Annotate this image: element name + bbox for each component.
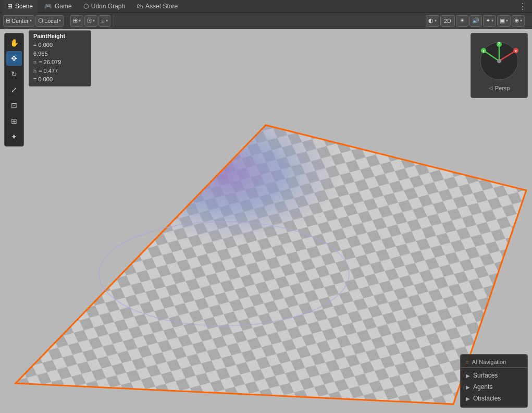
surfaces-arrow: ▶ [466,373,470,379]
custom-tool-button[interactable]: ✦ [6,129,22,144]
svg-point-20 [497,59,501,63]
render-sphere-icon: ◐ [428,17,434,24]
hand-tool-button[interactable]: ✋ [6,35,22,50]
svg-text:y: y [498,41,500,45]
space-icon: ⬡ [38,17,43,24]
scene-render [0,29,532,413]
pivot-icon: ⊞ [6,17,10,24]
agents-arrow: ▶ [466,384,470,390]
rotate-tool-button[interactable]: ↻ [6,67,22,81]
display-chevron: ▾ [506,18,508,23]
grid-icon: ⊞ [73,17,78,24]
grid-chevron: ▾ [79,18,81,23]
tab-game[interactable]: 🎮 Game [39,0,77,13]
surfaces-label: Surfaces [473,372,498,379]
ruler-dropdown[interactable]: ≡ ▾ [98,15,110,27]
ai-navigation-panel: ≡ AI Navigation ▶ Surfaces ▶ Agents ▶ Ob… [460,354,528,408]
gizmo-sphere: y z x [478,40,520,82]
info-row-1: 6.965 [33,50,86,58]
obstacles-label: Obstacles [473,395,501,402]
perspective-label[interactable]: ◁ Persp [489,85,510,91]
agents-label: Agents [473,383,492,391]
2d-toggle[interactable]: 2D [440,15,455,27]
persp-text: Persp [495,85,510,91]
info-row-4: = 0.000 [33,75,86,84]
svg-text:x: x [515,49,517,53]
transform-tool-button[interactable]: ⊞ [6,114,22,128]
info-row-3: h = 0.477 [33,67,86,76]
snap-chevron: ▾ [93,18,95,23]
render-mode-dropdown[interactable]: ◐ ▾ [426,15,439,27]
persp-arrow: ◁ [489,85,493,91]
grid-group: ⊞ ▾ ⊡ ▾ ≡ ▾ [70,15,114,27]
info-row-2: n = 26.079 [33,58,86,67]
tab-udon-graph[interactable]: ⬡ Udon Graph [78,0,130,13]
paint-height-panel: PaintHeight = 0.000 6.965 n = 26.079 h =… [29,30,91,87]
render-chevron: ▾ [435,18,437,23]
navigation-gizmo[interactable]: y z x ◁ Persp [471,33,528,98]
left-tools-panel: ✋ ✥ ↻ ⤢ ⊡ ⊞ ✦ [4,33,24,147]
gizmo-chevron: ▾ [520,18,522,23]
space-dropdown[interactable]: ⬡ Local ▾ [35,15,64,27]
top-menu-bar: ⊞ Scene 🎮 Game ⬡ Udon Graph 🛍 Asset Stor… [0,0,532,13]
scene-tab-label: Scene [15,3,33,10]
audio-icon: 🔊 [472,17,479,24]
ruler-icon: ≡ [101,18,104,24]
lighting-toggle[interactable]: ☀ [456,15,468,27]
ruler-chevron: ▾ [106,18,108,23]
gizmo-dropdown[interactable]: ⊕ ▾ [512,15,525,27]
pivot-dropdown[interactable]: ⊞ Center ▾ [3,15,34,27]
pivot-group: ⊞ Center ▾ ⬡ Local ▾ [3,15,67,27]
lighting-icon: ☀ [460,17,465,24]
space-label: Local [44,18,58,24]
obstacles-arrow: ▶ [466,396,470,402]
audio-toggle[interactable]: 🔊 [469,15,482,27]
pivot-chevron: ▾ [30,18,32,23]
display-icon: ▣ [500,17,505,24]
scene-tab-icon: ⊞ [7,3,13,10]
svg-text:z: z [482,49,485,53]
ai-nav-obstacles[interactable]: ▶ Obstacles [461,393,527,404]
ai-nav-title: ≡ AI Navigation [461,358,527,368]
info-panel-title: PaintHeight [33,33,86,39]
display-dropdown[interactable]: ▣ ▾ [497,15,511,27]
space-chevron: ▾ [59,18,61,23]
ai-nav-surfaces[interactable]: ▶ Surfaces [461,370,527,381]
scene-viewport[interactable]: ✋ ✥ ↻ ⤢ ⊡ ⊞ ✦ PaintHeight = 0.000 6.965 … [0,29,532,413]
asset-store-label: Asset Store [145,3,178,10]
panel-drag-handle: ≡ [466,359,469,365]
tab-scene[interactable]: ⊞ Scene [2,0,38,13]
game-tab-icon: 🎮 [44,3,52,10]
tab-asset-store[interactable]: 🛍 Asset Store [131,0,183,13]
rect-tool-button[interactable]: ⊡ [6,98,22,113]
info-row-0: = 0.000 [33,41,86,50]
udon-graph-icon: ⬡ [83,3,89,10]
gizmo-icon: ⊕ [514,17,519,24]
asset-store-icon: 🛍 [137,3,143,10]
move-tool-button[interactable]: ✥ [6,51,22,66]
snap-dropdown[interactable]: ⊡ ▾ [84,15,97,27]
snap-icon: ⊡ [87,17,92,24]
fx-dropdown[interactable]: ✦ ▾ [483,15,496,27]
scale-tool-button[interactable]: ⤢ [6,82,22,97]
game-tab-label: Game [55,3,72,10]
more-tabs-button[interactable]: ⋮ [515,2,530,11]
pivot-label: Center [11,18,29,24]
grid-dropdown[interactable]: ⊞ ▾ [70,15,83,27]
udon-graph-label: Udon Graph [91,3,125,10]
ai-nav-agents[interactable]: ▶ Agents [461,381,527,393]
fx-chevron: ▾ [491,18,493,23]
fx-icon: ✦ [486,17,490,24]
scene-toolbar: ⊞ Center ▾ ⬡ Local ▾ ⊞ ▾ ⊡ ▾ ≡ ▾ ◐ ▾ [0,13,532,29]
view-controls-group: ◐ ▾ 2D ☀ 🔊 ✦ ▾ ▣ ▾ ⊕ ▾ [426,15,528,27]
